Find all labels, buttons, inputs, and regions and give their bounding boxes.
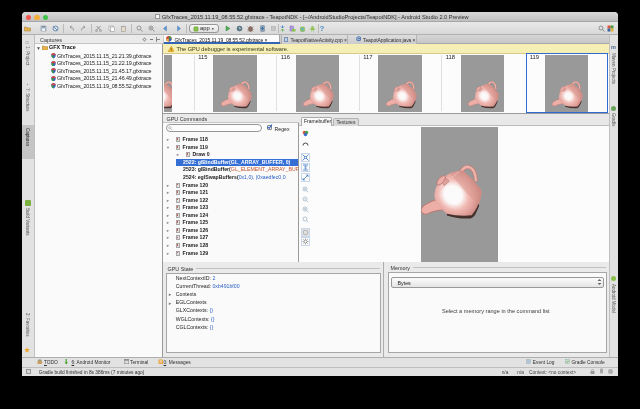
svg-text:C: C — [357, 37, 360, 42]
